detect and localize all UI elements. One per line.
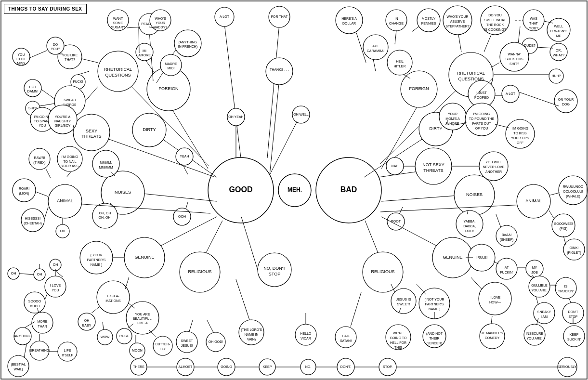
svg-text:ANIMAL: ANIMAL <box>525 198 542 203</box>
svg-text:FUCKIN': FUCKIN' <box>500 271 513 274</box>
svg-text:I LOVE: I LOVE <box>490 296 501 299</box>
svg-line-98 <box>134 193 217 201</box>
svg-text:HEIL: HEIL <box>396 60 404 63</box>
svg-text:HITLER: HITLER <box>394 65 406 68</box>
svg-text:YEAH: YEAH <box>180 155 189 158</box>
svg-line-336 <box>495 124 509 128</box>
svg-text:VAIN): VAIN) <box>247 338 256 341</box>
svg-text:OH: OH <box>11 272 16 275</box>
svg-text:SATAN!: SATAN! <box>340 339 352 342</box>
svg-text:OH GOD!: OH GOD! <box>209 340 223 343</box>
svg-text:TO NAIL: TO NAIL <box>63 160 76 163</box>
svg-text:YOU?: YOU? <box>51 47 60 51</box>
svg-line-216 <box>207 320 213 332</box>
svg-text:WOW: WOW <box>101 335 110 339</box>
svg-line-60 <box>82 59 98 63</box>
svg-text:JOB: JOB <box>531 271 538 274</box>
svg-line-374 <box>563 236 566 245</box>
svg-line-137 <box>44 207 48 219</box>
svg-text:YOU ARE: YOU ARE <box>135 313 150 316</box>
svg-text:IT WASN'T: IT WASN'T <box>550 29 567 33</box>
svg-text:WAS: WAS <box>530 17 537 20</box>
svg-text:FUCK!: FUCK! <box>73 80 83 83</box>
svg-text:THEIR: THEIR <box>430 337 440 340</box>
svg-text:SEXY: SEXY <box>86 129 97 133</box>
svg-text:(AND NOT: (AND NOT <box>426 332 443 336</box>
svg-point-371 <box>563 239 585 260</box>
svg-text:DO YOU: DO YOU <box>488 13 502 17</box>
svg-text:MINX: MINX <box>17 62 26 65</box>
svg-point-127 <box>13 179 36 202</box>
svg-text:MY: MY <box>532 266 537 269</box>
svg-text:YOU: YOU <box>39 124 46 127</box>
svg-text:LIFE: LIFE <box>64 349 71 352</box>
svg-text:FOR THAT: FOR THAT <box>271 15 288 18</box>
svg-text:STOP.: STOP. <box>383 365 392 368</box>
svg-line-213 <box>189 320 193 331</box>
svg-text:IN: IN <box>395 17 398 20</box>
svg-text:RELIGIOUS: RELIGIOUS <box>188 269 211 274</box>
svg-text:BAD: BAD <box>340 185 357 194</box>
svg-text:SOOOWEE!: SOOOWEE! <box>554 222 573 225</box>
svg-text:HELLO: HELLO <box>301 332 312 335</box>
svg-line-154 <box>19 274 34 275</box>
svg-text:NOT SEXY: NOT SEXY <box>422 162 444 167</box>
svg-text:MUCH: MUCH <box>30 304 40 308</box>
svg-text:HERE'S A: HERE'S A <box>341 17 357 20</box>
svg-text:DON'T.: DON'T. <box>340 365 351 368</box>
svg-text:ROAR!: ROAR! <box>19 187 29 190</box>
svg-line-110 <box>186 202 188 209</box>
svg-text:MADRE: MADRE <box>165 62 177 66</box>
svg-text:A LOT: A LOT <box>220 15 230 18</box>
svg-line-251 <box>373 59 376 71</box>
svg-text:SOME: SOME <box>113 21 123 25</box>
svg-text:AYE: AYE <box>372 44 379 48</box>
svg-text:COMEDY: COMEDY <box>485 336 500 340</box>
svg-text:SUCK THIS: SUCK THIS <box>505 57 523 61</box>
svg-text:YOU?: YOU? <box>529 26 538 30</box>
svg-line-380 <box>381 217 445 250</box>
svg-text:AMORE: AMORE <box>138 53 151 57</box>
svg-text:DAMN!: DAMN! <box>27 90 39 93</box>
svg-line-425 <box>491 316 492 324</box>
svg-point-293 <box>550 43 567 61</box>
svg-point-367 <box>552 214 575 237</box>
svg-line-370 <box>549 210 554 218</box>
svg-text:WAIL): WAIL) <box>13 367 23 371</box>
svg-text:FLY: FLY <box>160 347 166 351</box>
svg-text:THAT?: THAT? <box>65 58 75 61</box>
svg-line-83 <box>40 104 54 106</box>
svg-text:MORE: MORE <box>38 320 48 323</box>
svg-text:(BESTIAL: (BESTIAL <box>11 363 26 367</box>
svg-text:GENDER): GENDER) <box>427 341 442 345</box>
svg-text:BREATHING: BREATHING <box>30 349 49 352</box>
svg-text:EXCLA-: EXCLA- <box>107 294 119 298</box>
svg-text:I'M GOING: I'M GOING <box>62 155 78 158</box>
svg-text:OINK!: OINK! <box>569 246 578 249</box>
svg-text:DON'T: DON'T <box>568 310 578 314</box>
svg-text:OH: OH <box>60 229 65 233</box>
svg-text:DOO!: DOO! <box>465 229 474 233</box>
svg-line-48 <box>127 27 140 28</box>
svg-text:SWEET: SWEET <box>181 339 194 342</box>
svg-text:KEEP: KEEP <box>263 365 272 368</box>
svg-text:IS COOKING?: IS COOKING? <box>484 28 506 31</box>
svg-text:GIRL/BOY: GIRL/BOY <box>54 124 70 127</box>
svg-text:OH: OH <box>84 319 90 322</box>
svg-text:CARAMBA!: CARAMBA! <box>367 49 385 52</box>
svg-text:OH, OH: OH, OH <box>99 211 111 215</box>
svg-text:THAT: THAT <box>529 22 538 25</box>
svg-text:GENUINE: GENUINE <box>134 255 154 260</box>
svg-line-405 <box>569 299 571 302</box>
svg-text:HOW—: HOW— <box>489 301 501 304</box>
svg-line-438 <box>351 292 361 327</box>
svg-text:FARTS OUT: FARTS OUT <box>472 122 491 125</box>
svg-text:JE MANDEL'S: JE MANDEL'S <box>481 331 503 335</box>
svg-text:RWUUUNOO: RWUUUNOO <box>563 185 584 188</box>
svg-text:(THE LORD'S: (THE LORD'S <box>241 328 262 332</box>
svg-text:LITTLE: LITTLE <box>16 57 27 61</box>
svg-text:YOU ARE.: YOU ARE. <box>531 288 547 292</box>
svg-line-349 <box>381 195 463 201</box>
svg-text:HAIL: HAIL <box>342 334 350 338</box>
svg-text:OF YOU: OF YOU <box>475 127 488 130</box>
